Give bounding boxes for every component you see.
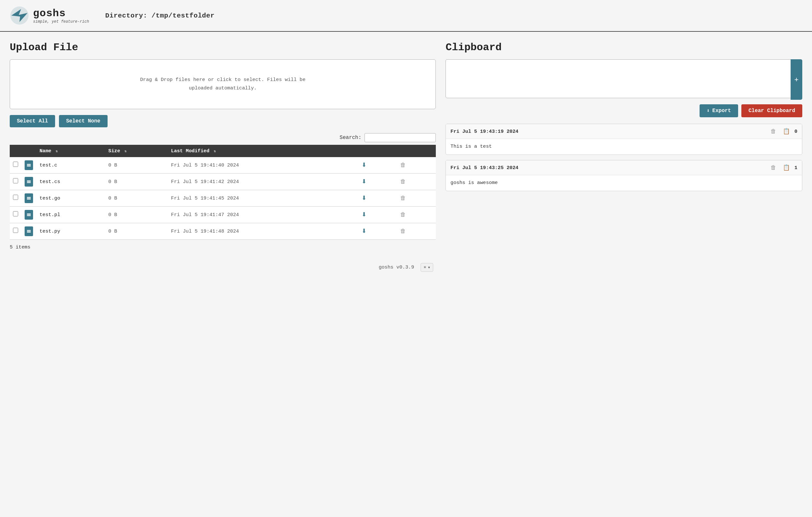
logo-text-block: goshs simple, yet feature-rich (33, 7, 89, 24)
col-name[interactable]: Name ⇅ (36, 145, 105, 157)
row-download-cell-1[interactable]: ⬇ (356, 173, 395, 190)
clipboard-delete-button-1[interactable]: 🗑 (768, 163, 778, 172)
logo-title: goshs (33, 7, 89, 20)
download-button-1[interactable]: ⬇ (360, 178, 369, 186)
select-all-button[interactable]: Select All (10, 115, 55, 127)
row-download-cell-0[interactable]: ⬇ (356, 157, 395, 174)
row-checkbox-3[interactable] (13, 211, 18, 216)
row-icon-cell-0 (21, 157, 36, 174)
upload-title: Upload File (10, 41, 436, 54)
sort-name-icon: ⇅ (56, 149, 58, 153)
row-delete-cell-3[interactable]: 🗑 (395, 206, 436, 223)
clipboard-entry-timestamp-0: Fri Jul 5 19:43:19 2024 (451, 129, 518, 134)
upload-dropzone[interactable]: Drag & Drop files here or click to selec… (10, 59, 436, 109)
row-delete-cell-4[interactable]: 🗑 (395, 223, 436, 239)
row-checkbox-cell[interactable] (10, 206, 21, 223)
row-download-cell-3[interactable]: ⬇ (356, 206, 395, 223)
table-row: test.py 0 B Fri Jul 5 19:41:48 2024 ⬇ 🗑 (10, 223, 436, 239)
file-table: Name ⇅ Size ⇅ Last Modified ⇅ (10, 145, 436, 240)
select-buttons-row: Select All Select None (10, 115, 436, 127)
row-name-0: test.c (36, 157, 105, 174)
download-button-3[interactable]: ⬇ (360, 211, 369, 219)
clipboard-entry-actions-0: 🗑 📋 0 (768, 127, 798, 135)
row-name-2: test.go (36, 190, 105, 206)
clipboard-copy-button-1[interactable]: 📋 (781, 163, 792, 172)
export-button[interactable]: ⬇ Export (700, 104, 738, 117)
sun-icon: ☀ (424, 265, 427, 270)
row-checkbox-cell[interactable] (10, 173, 21, 190)
select-none-button[interactable]: Select None (59, 115, 108, 127)
row-delete-cell-0[interactable]: 🗑 (395, 157, 436, 174)
sort-size-icon: ⇅ (124, 149, 127, 153)
clipboard-entry-0: Fri Jul 5 19:43:19 2024 🗑 📋 0 This is a … (445, 124, 802, 155)
row-date-0: Fri Jul 5 19:41:40 2024 (168, 157, 356, 174)
clipboard-entry-actions-1: 🗑 📋 1 (768, 163, 798, 172)
row-checkbox-2[interactable] (13, 195, 18, 200)
col-size[interactable]: Size ⇅ (105, 145, 168, 157)
goshs-logo-icon (10, 6, 29, 25)
row-download-cell-2[interactable]: ⬇ (356, 190, 395, 206)
clipboard-delete-button-0[interactable]: 🗑 (768, 127, 778, 135)
row-size-2: 0 B (105, 190, 168, 206)
clear-clipboard-button[interactable]: Clear Clipboard (742, 104, 802, 117)
logo-subtitle: simple, yet feature-rich (33, 20, 89, 24)
clipboard-copy-button-0[interactable]: 📋 (781, 127, 792, 135)
clipboard-textarea[interactable] (445, 59, 802, 98)
dropzone-text: Drag & Drop files here or click to selec… (140, 76, 305, 93)
col-modified[interactable]: Last Modified ⇅ (168, 145, 436, 157)
row-size-3: 0 B (105, 206, 168, 223)
row-size-1: 0 B (105, 173, 168, 190)
col-checkbox (10, 145, 21, 157)
upload-panel: Upload File Drag & Drop files here or cl… (10, 41, 445, 250)
row-icon-cell-3 (21, 206, 36, 223)
delete-button-1[interactable]: 🗑 (398, 178, 408, 186)
theme-arrow-icon: ▾ (428, 265, 431, 270)
row-name-4: test.py (36, 223, 105, 239)
row-delete-cell-1[interactable]: 🗑 (395, 173, 436, 190)
row-checkbox-0[interactable] (13, 162, 18, 167)
file-icon-4 (25, 226, 33, 236)
delete-button-3[interactable]: 🗑 (398, 211, 408, 219)
delete-button-0[interactable]: 🗑 (398, 161, 408, 169)
row-checkbox-cell[interactable] (10, 190, 21, 206)
row-icon-cell-4 (21, 223, 36, 239)
theme-toggle[interactable]: ☀ ▾ (420, 263, 433, 272)
clipboard-entry-1: Fri Jul 5 19:43:25 2024 🗑 📋 1 goshs is a… (445, 160, 802, 191)
clipboard-entry-timestamp-1: Fri Jul 5 19:43:25 2024 (451, 165, 518, 171)
table-row: test.go 0 B Fri Jul 5 19:41:45 2024 ⬇ 🗑 (10, 190, 436, 206)
col-icon (21, 145, 36, 157)
clipboard-expand-button[interactable]: + (791, 59, 802, 100)
row-date-4: Fri Jul 5 19:41:48 2024 (168, 223, 356, 239)
search-label: Search: (340, 135, 361, 141)
version-label: goshs v0.3.9 (379, 264, 414, 270)
row-checkbox-1[interactable] (13, 178, 18, 183)
row-checkbox-4[interactable] (13, 228, 18, 233)
footer: goshs v0.3.9 ☀ ▾ (0, 256, 812, 278)
search-row: Search: (10, 133, 436, 142)
download-button-2[interactable]: ⬇ (360, 194, 369, 202)
clipboard-input-wrapper: + (445, 59, 802, 100)
row-size-4: 0 B (105, 223, 168, 239)
row-name-1: test.cs (36, 173, 105, 190)
row-checkbox-cell[interactable] (10, 157, 21, 174)
table-row: test.cs 0 B Fri Jul 5 19:41:42 2024 ⬇ 🗑 (10, 173, 436, 190)
search-input[interactable] (365, 133, 436, 142)
row-date-1: Fri Jul 5 19:41:42 2024 (168, 173, 356, 190)
delete-button-2[interactable]: 🗑 (398, 194, 408, 202)
row-delete-cell-2[interactable]: 🗑 (395, 190, 436, 206)
row-name-3: test.pl (36, 206, 105, 223)
row-icon-cell-2 (21, 190, 36, 206)
file-table-body: test.c 0 B Fri Jul 5 19:41:40 2024 ⬇ 🗑 (10, 157, 436, 240)
download-button-4[interactable]: ⬇ (360, 227, 369, 235)
delete-button-4[interactable]: 🗑 (398, 227, 408, 235)
clipboard-title: Clipboard (445, 41, 802, 54)
table-row: test.c 0 B Fri Jul 5 19:41:40 2024 ⬇ 🗑 (10, 157, 436, 174)
file-icon-0 (25, 160, 33, 170)
row-date-3: Fri Jul 5 19:41:47 2024 (168, 206, 356, 223)
file-icon-1 (25, 177, 33, 187)
download-button-0[interactable]: ⬇ (360, 161, 369, 169)
table-row: test.pl 0 B Fri Jul 5 19:41:47 2024 ⬇ 🗑 (10, 206, 436, 223)
row-download-cell-4[interactable]: ⬇ (356, 223, 395, 239)
clipboard-entry-header-0: Fri Jul 5 19:43:19 2024 🗑 📋 0 (446, 124, 802, 139)
row-checkbox-cell[interactable] (10, 223, 21, 239)
